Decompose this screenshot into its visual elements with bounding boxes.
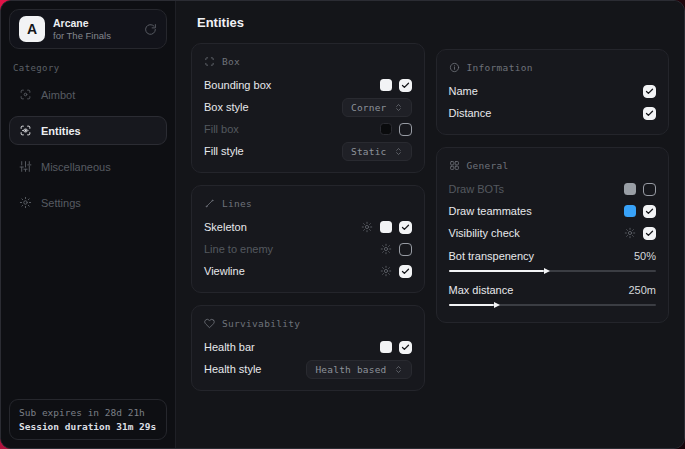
sidebar-item-label: Settings (41, 197, 81, 209)
grid-icon (449, 160, 460, 171)
fill-box-checkbox[interactable] (399, 123, 412, 136)
slider-thumb[interactable] (494, 302, 500, 308)
sidebar-item-settings[interactable]: Settings (9, 188, 167, 217)
setting-row-fill-box: Fill box (204, 118, 412, 140)
chevrons-up-down-icon (394, 103, 403, 112)
info-icon (449, 62, 460, 73)
check-icon (401, 343, 410, 352)
sidebar-item-label: Aimbot (41, 89, 75, 101)
diagonal-line-icon (204, 198, 215, 209)
sidebar-item-entities[interactable]: Entities (9, 116, 167, 145)
slider-fill (449, 270, 544, 272)
page-title: Entities (197, 15, 669, 30)
setting-label: Box style (204, 101, 249, 113)
fill-box-color-swatch[interactable] (380, 123, 392, 135)
information-card-header: Information (449, 62, 657, 73)
skeleton-checkbox[interactable] (399, 221, 412, 234)
box-card-header: Box (204, 56, 412, 67)
setting-row-fill-style: Fill style Static (204, 140, 412, 162)
setting-label: Bounding box (204, 79, 271, 91)
draw-teammates-color-swatch[interactable] (624, 205, 636, 217)
box-corners-icon (204, 56, 215, 67)
sidebar: A Arcane for The Finals Category Aimbot (1, 1, 176, 448)
sidebar-item-aimbot[interactable]: Aimbot (9, 80, 167, 109)
check-icon (645, 87, 654, 96)
slider-thumb[interactable] (544, 268, 550, 274)
box-card: Box Bounding box Box style (191, 43, 425, 173)
setting-row-viewline: Viewline (204, 260, 412, 282)
fill-style-dropdown[interactable]: Static (342, 142, 412, 161)
survivability-card: Survivability Health bar Health style (191, 305, 425, 391)
setting-label: Max distance (449, 284, 514, 296)
lines-card: Lines Skeleton (191, 185, 425, 293)
crosshair-icon (19, 88, 32, 101)
draw-bots-checkbox[interactable] (643, 183, 656, 196)
sidebar-menu: Aimbot Entities Miscellaneous (9, 80, 167, 217)
brand-card: A Arcane for The Finals (9, 9, 167, 49)
line-to-enemy-gear-icon[interactable] (380, 243, 392, 255)
app-name: Arcane (53, 17, 111, 30)
setting-row-visibility-check: Visibility check (449, 222, 657, 244)
sidebar-item-label: Entities (41, 125, 81, 137)
card-title: General (467, 160, 509, 171)
slider-fill (449, 304, 495, 306)
setting-row-health-style: Health style Health based (204, 358, 412, 380)
scan-eye-icon (19, 124, 32, 137)
setting-label: Distance (449, 107, 492, 119)
check-icon (645, 207, 654, 216)
app-logo: A (19, 16, 45, 42)
gear-icon (19, 196, 32, 209)
bounding-box-checkbox[interactable] (399, 79, 412, 92)
skeleton-gear-icon[interactable] (361, 221, 373, 233)
viewline-gear-icon[interactable] (380, 265, 392, 277)
health-bar-checkbox[interactable] (399, 341, 412, 354)
slider-track (449, 304, 657, 306)
max-distance-label-row: Max distance 250m (449, 280, 657, 300)
bot-transparency-value: 50% (634, 250, 656, 262)
subscription-box: Sub expires in 28d 21h Session duration … (9, 399, 167, 440)
box-style-dropdown[interactable]: Corner (342, 98, 412, 117)
visibility-check-checkbox[interactable] (643, 227, 656, 240)
name-checkbox[interactable] (643, 85, 656, 98)
setting-label: Name (449, 85, 478, 97)
max-distance-value: 250m (628, 284, 656, 296)
category-label: Category (13, 63, 163, 73)
app-subtitle: for The Finals (53, 30, 111, 42)
setting-row-draw-teammates: Draw teammates (449, 200, 657, 222)
health-style-dropdown[interactable]: Health based (306, 360, 411, 379)
setting-label: Skeleton (204, 221, 247, 233)
draw-teammates-checkbox[interactable] (643, 205, 656, 218)
card-title: Lines (222, 198, 252, 209)
setting-row-draw-bots: Draw BOTs (449, 178, 657, 200)
setting-row-distance: Distance (449, 102, 657, 124)
chevrons-up-down-icon (394, 365, 403, 374)
max-distance-slider[interactable] (449, 300, 657, 312)
general-card: General Draw BOTs Draw teammates (436, 147, 670, 323)
brand-text: Arcane for The Finals (53, 17, 111, 42)
viewline-checkbox[interactable] (399, 265, 412, 278)
setting-label: Bot transpenency (449, 250, 535, 262)
bot-transparency-slider[interactable] (449, 266, 657, 278)
line-to-enemy-checkbox[interactable] (399, 243, 412, 256)
setting-label: Draw teammates (449, 205, 532, 217)
bot-transparency-label-row: Bot transpenency 50% (449, 246, 657, 266)
draw-bots-color-swatch[interactable] (624, 183, 636, 195)
sub-expiry-text: Sub expires in 28d 21h (19, 407, 157, 418)
app-window: A Arcane for The Finals Category Aimbot (0, 0, 685, 449)
setting-label: Health bar (204, 341, 255, 353)
setting-row-skeleton: Skeleton (204, 216, 412, 238)
visibility-gear-icon[interactable] (624, 227, 636, 239)
sidebar-item-label: Miscellaneous (41, 161, 111, 173)
setting-label: Fill box (204, 123, 239, 135)
health-bar-color-swatch[interactable] (380, 341, 392, 353)
refresh-icon[interactable] (144, 23, 157, 36)
setting-label: Draw BOTs (449, 183, 505, 195)
bounding-box-color-swatch[interactable] (380, 79, 392, 91)
survivability-card-header: Survivability (204, 318, 412, 329)
setting-row-name: Name (449, 80, 657, 102)
setting-label: Health style (204, 363, 261, 375)
skeleton-color-swatch[interactable] (380, 221, 392, 233)
distance-checkbox[interactable] (643, 107, 656, 120)
general-card-header: General (449, 160, 657, 171)
sidebar-item-miscellaneous[interactable]: Miscellaneous (9, 152, 167, 181)
